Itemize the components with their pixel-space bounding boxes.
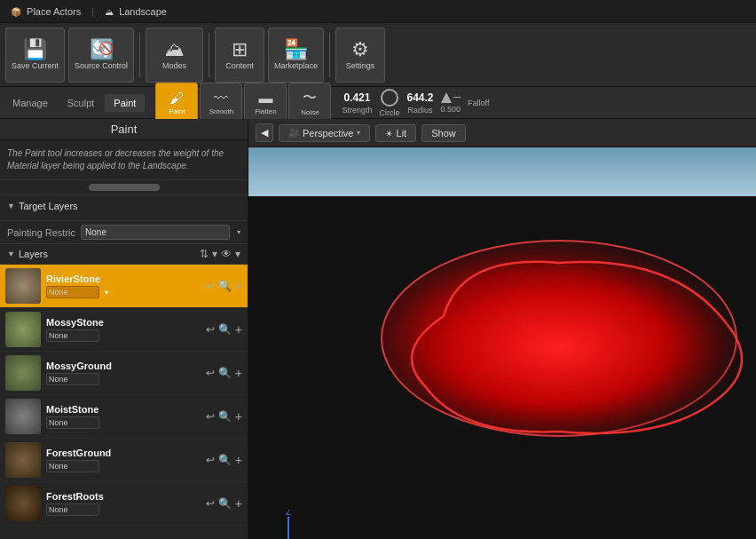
layer-list: RivierStone None ▾ ↩ 🔍 + [0,265,248,539]
source-control-button[interactable]: 🔄 🚫 Source Control [68,28,134,83]
layers-eye-arrow-icon[interactable]: ▾ [235,248,240,260]
layer-item-forestroots[interactable]: ForestRoots None ↩ 🔍 + [0,482,248,526]
layer-arrow-btn-4[interactable]: ↩ [206,410,215,423]
layer-arrow-btn-2[interactable]: ↩ [206,323,215,336]
mossystone-blend-select[interactable]: None [46,329,99,342]
layer-info-mossyground: MossyGround None [46,361,201,385]
toolbar-sep-2 [209,33,209,77]
layers-controls: ⇅ ▾ 👁 ▾ [200,248,240,260]
layer-add-btn-3[interactable]: + [235,366,242,380]
marketplace-icon: 🏪 [284,40,308,59]
left-panel: Paint The Paint tool increases or decrea… [0,119,248,539]
viewport-scene[interactable]: Z X Y ℹ [248,147,756,539]
layer-search-btn-3[interactable]: 🔍 [218,367,232,379]
place-actors-tab[interactable]: 📦 Place Actors [7,6,84,17]
target-layers-arrow: ▼ [7,202,15,210]
layers-arrow-down-icon[interactable]: ▾ [212,248,217,260]
layer-info-forestground: ForestGround None [46,448,201,472]
paint-tab[interactable]: Paint [105,94,145,112]
strength-setting: 0.421 Strength [342,91,372,115]
viewport-arrow-btn[interactable]: ◀ [256,123,273,142]
layer-thumb-moiststone [5,399,41,434]
moiststone-blend-select[interactable]: None [46,416,99,429]
main-layout: Paint The Paint tool increases or decrea… [0,119,756,539]
layer-arrow-btn-3[interactable]: ↩ [206,367,215,379]
restrict-dropdown-arrow: ▾ [237,228,240,236]
layer-add-btn[interactable]: + [235,279,242,293]
riverstone-blend-select[interactable]: None [46,286,99,298]
falloff-setting: Falloff [468,99,489,107]
layers-eye-icon[interactable]: 👁 [221,248,232,260]
layer-item-riverstone[interactable]: RivierStone None ▾ ↩ 🔍 + [0,265,248,308]
flatten-tool-button[interactable]: ▬ Flatten [244,83,287,123]
layer-info-mossystone: MossyStone None [46,317,201,342]
layer-add-btn-5[interactable]: + [235,453,242,467]
layer-actions-forestroots: ↩ 🔍 + [206,496,242,511]
coordinate-axes: Z X Y [266,510,324,539]
layer-blend-row-moiststone: None [46,416,201,429]
paint-tool-button[interactable]: 🖌 Paint [155,83,198,123]
layer-item-moiststone[interactable]: MoistStone None ↩ 🔍 + [0,395,248,439]
layer-add-btn-6[interactable]: + [235,496,242,511]
save-icon: 💾 [23,40,47,59]
layer-add-btn-2[interactable]: + [235,322,242,337]
resize-handle[interactable] [89,184,160,191]
layer-actions-moiststone: ↩ 🔍 + [206,409,242,424]
panel-title: Paint [0,119,248,140]
red-blob-svg [373,201,756,458]
top-toolbar: 💾 Save Current 🔄 🚫 Source Control ⛰ Mode… [0,23,756,87]
modes-button[interactable]: ⛰ Modes [146,28,203,83]
smooth-icon: 〰 [214,91,228,107]
layer-thumb-mossystone [5,312,41,347]
save-current-button[interactable]: 💾 Save Current [5,28,65,83]
layer-actions-mossystone: ↩ 🔍 + [206,322,242,337]
top-nav: 📦 Place Actors | ⛰ Landscape [0,0,756,23]
noise-tool-button[interactable]: 〜 Noise [288,83,331,123]
layer-blend-row-forestground: None [46,460,201,472]
mossyground-blend-select[interactable]: None [46,373,99,385]
layer-add-btn-4[interactable]: + [235,409,242,424]
layer-search-btn-6[interactable]: 🔍 [218,497,232,510]
settings-icon: ⚙ [351,40,369,59]
layer-arrow-btn[interactable]: ↩ [206,280,215,292]
lit-button[interactable]: ☀ Lit [375,124,416,142]
layer-thumb-forestroots [5,486,41,521]
painting-restrict-select[interactable]: None Component Layer [81,225,230,240]
layer-search-btn-5[interactable]: 🔍 [218,454,232,466]
forestroots-blend-select[interactable]: None [46,503,99,516]
smooth-tool-button[interactable]: 〰 Smooth [200,83,242,123]
marketplace-button[interactable]: 🏪 Marketplace [268,28,324,83]
forestground-blend-select[interactable]: None [46,460,99,472]
landscape-tab[interactable]: ⛰ Landscape [101,6,170,17]
show-button[interactable]: Show [421,124,466,142]
layer-blend-row: None ▾ [46,286,201,298]
falloff-label: Falloff [468,99,489,107]
layer-search-btn-4[interactable]: 🔍 [218,410,232,423]
toolbar-sep-1 [139,33,140,77]
manage-tab[interactable]: Manage [4,94,57,112]
perspective-icon: 🎥 [288,128,299,138]
settings-button[interactable]: ⚙ Settings [335,28,385,83]
layer-item-mossyground[interactable]: MossyGround None ↩ 🔍 + [0,352,248,395]
smooth-amount-setting: 0.500 [441,92,461,114]
layers-move-icon[interactable]: ⇅ [200,248,209,260]
perspective-dropdown-arrow: ▾ [357,129,360,137]
layer-arrow-btn-6[interactable]: ↩ [206,497,215,510]
content-button[interactable]: ⊞ Content [215,28,264,83]
layer-arrow-btn-5[interactable]: ↩ [206,454,215,466]
layer-item-mossystone[interactable]: MossyStone None ↩ 🔍 + [0,308,248,352]
layer-info-riverstone: RivierStone None ▾ [46,273,201,298]
layer-search-btn[interactable]: 🔍 [218,280,232,292]
target-layers-header: ▼ Target Layers [7,201,240,211]
viewport-header: ◀ 🎥 Perspective ▾ ☀ Lit Show [248,119,756,147]
secondary-toolbar: Manage Sculpt Paint 🖌 Paint 〰 Smooth ▬ F… [0,87,756,119]
sculpt-tab[interactable]: Sculpt [59,94,104,112]
perspective-button[interactable]: 🎥 Perspective ▾ [279,124,370,142]
layers-arrow: ▼ [7,250,15,258]
layer-actions-riverstone: ↩ 🔍 + [206,279,242,293]
layer-search-btn-2[interactable]: 🔍 [218,323,232,336]
flatten-icon: ▬ [258,91,272,107]
paint-brush-icon: 🖌 [169,91,184,107]
radius-setting: 644.2 Radius [406,91,433,115]
layer-item-forestground[interactable]: ForestGround None ↩ 🔍 + [0,439,248,482]
